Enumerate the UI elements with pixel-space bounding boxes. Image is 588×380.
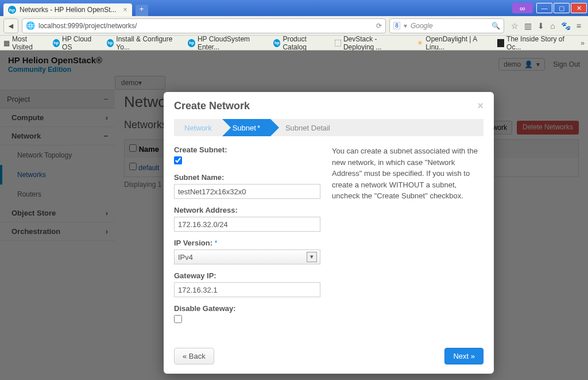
wizard-step-network[interactable]: Network: [174, 119, 222, 136]
download-icon[interactable]: ⬇: [537, 21, 544, 30]
browser-tab[interactable]: hp Networks - HP Helion OpenSt... ×: [3, 3, 132, 16]
tab-title: Networks - HP Helion OpenSt...: [20, 6, 117, 14]
ip-version-label: IP Version: *: [174, 239, 320, 247]
wizard-step-detail[interactable]: Subnet Detail: [270, 119, 341, 136]
menu-icon[interactable]: ≡: [577, 21, 581, 30]
bookmark-install[interactable]: hpInstall & Configure Yo...: [107, 35, 180, 51]
dotted-icon: [335, 40, 341, 47]
bookmarks-bar: ▦Most Visited hpHP Cloud OS hpInstall & …: [0, 36, 588, 51]
ip-version-select[interactable]: IPv4: [174, 250, 320, 264]
subnet-name-input[interactable]: [174, 184, 320, 199]
hp-icon: hp: [53, 39, 60, 47]
hp-icon: hp: [273, 39, 280, 47]
bookmark-most-visited[interactable]: ▦Most Visited: [3, 35, 45, 51]
disable-gateway-label: Disable Gateway:: [174, 304, 320, 313]
search-placeholder: Google: [411, 22, 433, 30]
bookmark-hp-cloud-os[interactable]: hpHP Cloud OS: [53, 35, 99, 51]
modal-title: Create Network: [174, 100, 250, 112]
new-tab-button[interactable]: +: [136, 5, 148, 16]
back-button[interactable]: « Back: [174, 348, 214, 364]
bookmark-icon: ▦: [3, 39, 10, 47]
bookmark-inside-story[interactable]: The Inside Story of Oc...: [497, 35, 573, 51]
browser-search[interactable]: 8 ▾ Google 🔍: [389, 18, 504, 33]
create-subnet-checkbox[interactable]: [174, 156, 182, 164]
mask-icon[interactable]: ∞: [512, 3, 533, 13]
wizard-steps: Network Subnet * Subnet Detail: [174, 119, 483, 136]
network-address-label: Network Address:: [174, 206, 320, 214]
hp-icon: hp: [188, 39, 195, 47]
paw-icon[interactable]: 🐾: [561, 21, 571, 30]
bookmarks-overflow-icon[interactable]: »: [581, 39, 585, 47]
minimize-button[interactable]: —: [536, 3, 552, 13]
home-icon[interactable]: ⌂: [550, 21, 555, 30]
bookmark-opendaylight[interactable]: ☀OpenDaylight | A Linu...: [417, 35, 489, 51]
network-address-input[interactable]: [174, 217, 320, 232]
maximize-button[interactable]: ▢: [554, 3, 570, 13]
gateway-ip-label: Gateway IP:: [174, 271, 320, 280]
create-network-modal: Create Network × Network Subnet * Subnet…: [164, 92, 494, 374]
next-button[interactable]: Next »: [444, 348, 483, 364]
bookmark-devstack[interactable]: DevStack - Deploying ...: [335, 35, 409, 51]
bookmark-icon[interactable]: ☆: [511, 21, 519, 30]
dark-icon: [497, 39, 504, 47]
create-subnet-label: Create Subnet:: [174, 145, 320, 154]
subnet-name-label: Subnet Name:: [174, 173, 320, 182]
bookmark-cloudsystem[interactable]: hpHP CloudSystem Enter...: [188, 35, 265, 51]
bookmark-product-catalog[interactable]: hpProduct Catalog: [273, 35, 327, 51]
gateway-ip-input[interactable]: [174, 282, 320, 297]
search-icon[interactable]: 🔍: [492, 22, 500, 30]
close-tab-icon[interactable]: ×: [123, 6, 127, 14]
url-text: localhost:9999/project/networks/: [38, 22, 137, 30]
reload-icon[interactable]: ⟳: [376, 22, 382, 30]
window-close-button[interactable]: ✕: [571, 3, 587, 13]
back-button[interactable]: ◄: [3, 18, 18, 33]
globe-icon: 🌐: [26, 21, 35, 30]
sun-icon: ☀: [417, 39, 423, 47]
clipboard-icon[interactable]: ▥: [524, 21, 532, 30]
google-icon: 8: [393, 22, 400, 29]
disable-gateway-checkbox[interactable]: [174, 315, 182, 323]
modal-help-text: You can create a subnet associated with …: [332, 145, 483, 332]
address-bar[interactable]: 🌐 localhost:9999/project/networks/ ⟳: [22, 18, 386, 33]
hp-icon: hp: [8, 6, 16, 14]
hp-icon: hp: [107, 39, 114, 47]
close-icon[interactable]: ×: [477, 100, 483, 112]
